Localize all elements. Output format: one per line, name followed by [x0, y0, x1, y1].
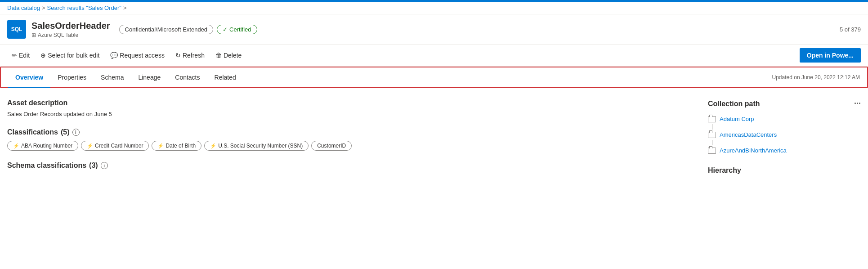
classifications-section: Classifications (5) i ⚡ ABA Routing Numb…	[7, 128, 690, 151]
updated-timestamp: Updated on June 20, 2022 12:12 AM	[772, 74, 860, 81]
tag-customerid: CustomerID	[311, 141, 352, 151]
collection-item-azure: AzureAndBINorthAmerica	[708, 145, 861, 156]
tab-contacts[interactable]: Contacts	[168, 67, 207, 88]
asset-description-section: Asset description Sales Order Records up…	[7, 99, 690, 117]
delete-button[interactable]: 🗑 Delete	[211, 49, 246, 62]
classifications-title: Classifications (5) i	[7, 128, 690, 136]
tag-aba-routing: ⚡ ABA Routing Number	[7, 141, 78, 151]
asset-description-title: Asset description	[7, 99, 690, 107]
edit-button[interactable]: ✏ Edit	[7, 49, 34, 62]
tag-date-of-birth: ⚡ Date of Birth	[152, 141, 201, 151]
schema-classifications-title: Schema classifications (3) i	[7, 161, 690, 170]
toolbar-left: ✏ Edit ⊕ Select for bulk edit 💬 Request …	[7, 49, 246, 62]
table-icon: ⊞	[31, 32, 36, 38]
bulk-edit-button[interactable]: ⊕ Select for bulk edit	[36, 49, 104, 62]
header-section: SQL SalesOrderHeader ⊞ Azure SQL Table C…	[0, 14, 868, 45]
content-right: Collection path ··· Adatum Corp Americas…	[708, 99, 861, 178]
collection-link-americas[interactable]: AmericasDataCenters	[720, 131, 777, 138]
collection-item-americas: AmericasDataCenters	[708, 130, 861, 140]
tag-credit-card: ⚡ Credit Card Number	[81, 141, 149, 151]
edit-icon: ✏	[12, 52, 17, 59]
lightning-icon: ⚡	[13, 143, 19, 149]
bulk-edit-icon: ⊕	[40, 52, 46, 59]
asset-title: SalesOrderHeader	[31, 21, 110, 31]
header-left: SQL SalesOrderHeader ⊞ Azure SQL Table C…	[7, 20, 257, 39]
classifications-tags: ⚡ ABA Routing Number ⚡ Credit Card Numbe…	[7, 141, 690, 151]
breadcrumb: Data catalog > Search results "Sales Ord…	[0, 2, 868, 14]
hierarchy-section: Hierarchy	[708, 166, 861, 175]
breadcrumb-data-catalog[interactable]: Data catalog	[7, 4, 40, 11]
delete-icon: 🗑	[215, 52, 222, 59]
asset-description-text: Sales Order Records updated on June 5	[7, 111, 690, 117]
tab-related[interactable]: Related	[207, 67, 243, 88]
sql-icon: SQL	[7, 20, 26, 39]
tree-line-2	[712, 140, 712, 145]
collection-link-azure[interactable]: AzureAndBINorthAmerica	[720, 147, 787, 154]
request-access-button[interactable]: 💬 Request access	[106, 49, 169, 62]
breadcrumb-sep-1: >	[42, 4, 45, 11]
tab-lineage[interactable]: Lineage	[131, 67, 168, 88]
collection-path-section: Collection path ··· Adatum Corp Americas…	[708, 99, 861, 156]
tabs: Overview Properties Schema Lineage Conta…	[8, 67, 243, 87]
refresh-icon: ↻	[175, 52, 181, 59]
subtitle-text: Azure SQL Table	[38, 32, 78, 38]
tag-ssn: ⚡ U.S. Social Security Number (SSN)	[204, 141, 309, 151]
tree-line-1	[712, 124, 712, 130]
tab-properties[interactable]: Properties	[50, 67, 94, 88]
request-access-icon: 💬	[110, 52, 118, 59]
lightning-icon: ⚡	[157, 143, 164, 149]
content-left: Asset description Sales Order Records up…	[7, 99, 690, 178]
header-title-group: SalesOrderHeader ⊞ Azure SQL Table	[31, 21, 110, 38]
collection-folder-icon	[708, 132, 716, 138]
breadcrumb-sep-2: >	[123, 4, 127, 11]
confidential-badge: Confidential\Microsoft Extended	[119, 25, 214, 34]
collection-path-title: Collection path ···	[708, 99, 861, 108]
collection-link-adatum[interactable]: Adatum Corp	[720, 116, 754, 122]
tab-schema[interactable]: Schema	[94, 67, 131, 88]
collection-more-button[interactable]: ···	[854, 99, 861, 108]
asset-subtitle: ⊞ Azure SQL Table	[31, 32, 110, 38]
certified-badge: ✓ Certified	[217, 25, 257, 34]
schema-classifications-section: Schema classifications (3) i	[7, 161, 690, 170]
certified-check-icon: ✓	[223, 26, 228, 33]
open-power-button[interactable]: Open in Powe...	[800, 48, 861, 63]
classifications-info-icon[interactable]: i	[72, 129, 80, 136]
lightning-icon: ⚡	[87, 143, 93, 149]
schema-info-icon[interactable]: i	[101, 162, 108, 169]
header-badges: Confidential\Microsoft Extended ✓ Certif…	[119, 25, 257, 34]
breadcrumb-search-results[interactable]: Search results "Sales Order"	[47, 4, 121, 11]
hierarchy-title: Hierarchy	[708, 166, 861, 175]
main-content: Asset description Sales Order Records up…	[0, 88, 868, 189]
lightning-icon: ⚡	[210, 143, 216, 149]
toolbar: ✏ Edit ⊕ Select for bulk edit 💬 Request …	[0, 45, 868, 67]
collection-folder-icon	[708, 116, 716, 122]
refresh-button[interactable]: ↻ Refresh	[171, 49, 209, 62]
collection-folder-icon	[708, 148, 716, 154]
collection-item-adatum: Adatum Corp	[708, 114, 861, 124]
collection-tree: Adatum Corp AmericasDataCenters AzureAnd…	[708, 114, 861, 156]
tab-overview[interactable]: Overview	[8, 67, 50, 88]
asset-counter: 5 of 379	[840, 26, 861, 33]
tabs-section: Overview Properties Schema Lineage Conta…	[0, 67, 868, 88]
